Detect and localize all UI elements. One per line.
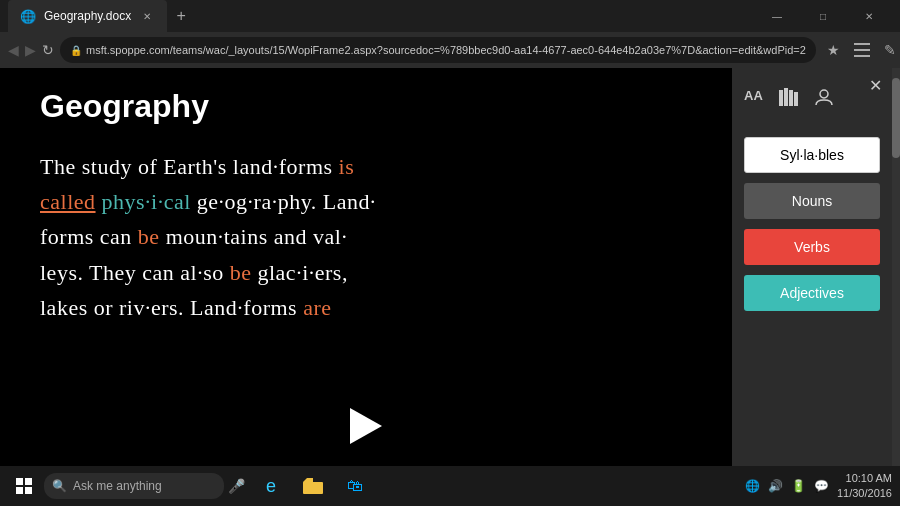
active-tab[interactable]: 🌐 Geography.docx ✕ <box>8 0 167 32</box>
taskbar-apps: e 🛍 <box>251 466 375 506</box>
address-bar-row: ◀ ▶ ↻ 🔒 msft.spoppe.com/teams/wac/_layou… <box>0 32 900 68</box>
new-tab-button[interactable]: + <box>167 2 195 30</box>
hub-button[interactable] <box>850 38 874 62</box>
taskbar-edge-app[interactable]: e <box>251 466 291 506</box>
adjective-physical: phys·i·cal <box>102 189 191 214</box>
verb-be2: be <box>230 260 252 285</box>
battery-icon[interactable]: 🔋 <box>791 479 806 493</box>
search-placeholder: Ask me anything <box>73 479 162 493</box>
nouns-button[interactable]: Nouns <box>744 183 880 219</box>
verb-is: is <box>339 154 355 179</box>
title-bar: 🌐 Geography.docx ✕ + — □ ✕ <box>0 0 900 32</box>
user-icon[interactable] <box>815 88 833 111</box>
close-button[interactable]: ✕ <box>846 0 892 32</box>
svg-rect-18 <box>303 482 313 486</box>
scrollbar-thumb[interactable] <box>892 78 900 158</box>
refresh-button[interactable]: ↻ <box>42 37 54 63</box>
text-part5: moun·tains and val· <box>160 224 348 249</box>
url-text: msft.spoppe.com/teams/wac/_layouts/15/Wo… <box>86 44 806 56</box>
syllables-button[interactable]: Syl·la·bles <box>744 137 880 173</box>
tab-close-button[interactable]: ✕ <box>139 8 155 24</box>
panel-close-button[interactable]: ✕ <box>869 76 882 95</box>
svg-rect-15 <box>794 92 798 106</box>
main-content: Geography The study of Earth's land·form… <box>0 68 900 474</box>
verb-are: are <box>303 295 331 320</box>
search-icon: 🔍 <box>52 479 67 493</box>
verb-called: called <box>40 189 96 214</box>
svg-rect-12 <box>779 90 783 106</box>
address-bar[interactable]: 🔒 msft.spoppe.com/teams/wac/_layouts/15/… <box>60 37 816 63</box>
taskbar-right: 🌐 🔊 🔋 💬 10:10 AM 11/30/2016 <box>745 471 896 502</box>
start-button[interactable] <box>4 466 44 506</box>
verbs-button[interactable]: Verbs <box>744 229 880 265</box>
font-size-icon[interactable]: AA <box>744 88 763 111</box>
text-part4: forms can <box>40 224 138 249</box>
clock-time: 10:10 AM <box>837 471 892 486</box>
favorites-button[interactable]: ★ <box>822 38 846 62</box>
browser-chrome: 🌐 Geography.docx ✕ + — □ ✕ ◀ ▶ ↻ 🔒 msft.… <box>0 0 900 68</box>
text-part8: lakes or riv·ers. Land·forms <box>40 295 303 320</box>
adjectives-button[interactable]: Adjectives <box>744 275 880 311</box>
window-controls: — □ ✕ <box>754 0 892 32</box>
taskbar: 🔍 Ask me anything 🎤 e 🛍 🌐 🔊 🔋 💬 10:10 AM… <box>0 466 900 506</box>
svg-point-16 <box>820 90 828 98</box>
svg-rect-14 <box>789 90 793 106</box>
text-part3: ge·og·ra·phy. Land· <box>191 189 376 214</box>
clock-date: 11/30/2016 <box>837 486 892 501</box>
maximize-button[interactable]: □ <box>800 0 846 32</box>
text-part1: The study of Earth's land·forms <box>40 154 339 179</box>
scrollbar[interactable] <box>892 68 900 474</box>
tab-favicon: 🌐 <box>20 9 36 24</box>
search-bar[interactable]: 🔍 Ask me anything <box>44 473 224 499</box>
network-icon[interactable]: 🌐 <box>745 479 760 493</box>
start-icon <box>16 478 32 494</box>
system-clock[interactable]: 10:10 AM 11/30/2016 <box>837 471 892 502</box>
reader-area: Geography The study of Earth's land·form… <box>0 68 732 474</box>
right-panel: ✕ AA Syl·la·bles Nouns Verbs Adjecti <box>732 68 892 474</box>
cortana-microphone-icon[interactable]: 🎤 <box>228 478 245 494</box>
toolbar-icons: ★ ✎ <box>822 38 900 62</box>
library-icon[interactable] <box>779 88 799 111</box>
tab-label: Geography.docx <box>44 9 131 23</box>
text-part7: glac·i·ers, <box>251 260 347 285</box>
svg-rect-2 <box>854 55 870 57</box>
document-title: Geography <box>40 88 692 125</box>
svg-rect-1 <box>854 49 870 51</box>
text-part6: leys. They can al·so <box>40 260 230 285</box>
forward-button[interactable]: ▶ <box>25 37 36 63</box>
document-text: The study of Earth's land·forms is calle… <box>40 149 692 325</box>
play-button[interactable] <box>350 408 382 444</box>
back-button[interactable]: ◀ <box>8 37 19 63</box>
taskbar-store-app[interactable]: 🛍 <box>335 466 375 506</box>
volume-icon[interactable]: 🔊 <box>768 479 783 493</box>
make-a-web-note-button[interactable]: ✎ <box>878 38 900 62</box>
notification-icon[interactable]: 💬 <box>814 479 829 493</box>
taskbar-explorer-app[interactable] <box>293 466 333 506</box>
svg-rect-0 <box>854 43 870 45</box>
minimize-button[interactable]: — <box>754 0 800 32</box>
lock-icon: 🔒 <box>70 45 82 56</box>
svg-rect-13 <box>784 88 788 106</box>
panel-icons: AA <box>744 88 880 111</box>
verb-be1: be <box>138 224 160 249</box>
